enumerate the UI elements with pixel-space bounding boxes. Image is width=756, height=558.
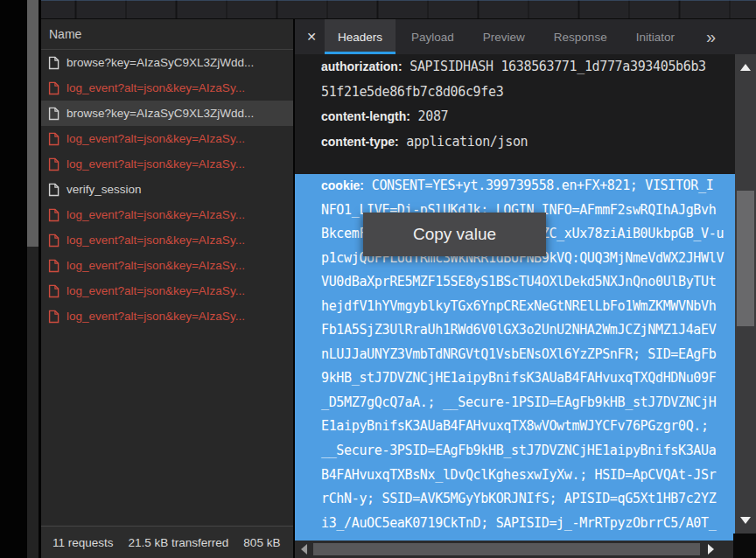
tab-preview[interactable]: Preview: [470, 19, 538, 54]
request-row[interactable]: log_event?alt=json&key=AIzaSy...: [41, 202, 293, 227]
request-name: browse?key=AIzaSyC9XL3ZjWdd...: [66, 107, 254, 120]
request-name: log_event?alt=json&key=AIzaSy...: [66, 284, 245, 297]
document-icon: [48, 107, 60, 121]
request-row[interactable]: log_event?alt=json&key=AIzaSy...: [41, 303, 293, 329]
header-line: hejdfV1hYVmgyblkyTGx6YnpCRExNeGtNRElLbFo…: [295, 295, 735, 319]
header-lines: authorization: SAPISIDHASH 1638563771_1d…: [295, 54, 735, 154]
request-row[interactable]: log_event?alt=json&key=AIzaSy...: [41, 151, 293, 177]
document-icon: [48, 183, 60, 197]
header-line: 51f21e5de86fb7c8d06c9fe3: [295, 80, 735, 105]
header-value: Fb1A5SjZ3UlRraUh1RWd6V0lGX3o2UnU2NHA2WmJ…: [321, 322, 716, 338]
scroll-down-icon[interactable]: [740, 517, 751, 524]
document-icon: [48, 259, 60, 273]
tab-initiator[interactable]: Initiator: [623, 19, 688, 54]
header-line: cookie: CONSENT=YES+yt.399739558.en+FX+8…: [295, 174, 735, 199]
header-name: authorization:: [321, 59, 402, 73]
header-line: VU0dBaXprRE5MZF15SE8yS1BScTU4OXlDekd5NXJ…: [295, 270, 735, 295]
header-line: authorization: SAPISIDHASH 1638563771_1d…: [295, 54, 735, 80]
header-value: CONSENT=YES+yt.399739558.en+FX+821; VISI…: [372, 178, 714, 193]
network-status-bar: 11 requests 21.5 kB transferred 805 kB: [41, 526, 293, 558]
name-column-header[interactable]: Name: [41, 19, 293, 50]
copy-value-menu-item[interactable]: Copy value: [413, 225, 496, 244]
details-vertical-scrollbar-thumb[interactable]: [737, 191, 754, 326]
document-icon: [48, 284, 60, 298]
request-row[interactable]: browse?key=AIzaSyC9XL3ZjWdd...: [41, 101, 293, 126]
resources-size: 805 kB: [243, 536, 280, 549]
header-line: __Secure-3PSID=EAgFb9kHB_stJ7DVZNCjHE1ai…: [295, 439, 735, 464]
header-line: Fb1A5SjZ3UlRraUh1RWd6V0lGX3o2UnU2NHA2WmJ…: [295, 318, 735, 343]
request-row[interactable]: browse?key=AIzaSyC9XL3ZjWdd...: [41, 50, 293, 75]
header-value: SAPISIDHASH 1638563771_1d777a393405b6b3: [410, 59, 706, 74]
details-tab-bar: ✕ HeadersPayloadPreviewResponseInitiator…: [295, 19, 756, 54]
devtools-window: Name browse?key=AIzaSyC9XL3ZjWdd...log_e…: [0, 0, 756, 558]
header-name: cookie:: [321, 178, 364, 192]
header-line: i3_/AuOC5eaK0719CkTnD; SAPISID=j_-MrRTpy…: [295, 512, 735, 536]
document-icon: [48, 208, 60, 222]
page-scrollbar-track[interactable]: [27, 0, 38, 558]
request-name: log_event?alt=json&key=AIzaSy...: [66, 208, 245, 221]
header-line: B4FAHvuxqTXBsNx_lDvQclKghesxwIyXw.; HSID…: [295, 464, 735, 488]
tab-response[interactable]: Response: [541, 19, 620, 54]
header-value: i3_/AuOC5eaK0719CkTnD; SAPISID=j_-MrRTpy…: [321, 515, 716, 531]
document-icon: [48, 284, 60, 298]
document-icon: [48, 234, 60, 248]
header-value: nLUJJaUNYZ3VmbTdNRGVtQ1VsbENsOXl6YzZPSnF…: [321, 346, 716, 362]
details-horizontal-scrollbar-thumb[interactable]: [313, 543, 700, 555]
request-row[interactable]: verify_session: [41, 177, 293, 202]
details-vertical-scrollbar-track[interactable]: [735, 54, 756, 534]
document-icon: [48, 157, 60, 171]
document-icon: [48, 310, 60, 324]
scroll-up-icon[interactable]: [740, 64, 751, 71]
document-icon: [48, 56, 60, 70]
header-line: _D5MZ7gQcQ7aA.; __Secure-1PSID=EAgFb9kHB…: [295, 391, 735, 415]
document-icon: [48, 107, 60, 121]
request-row[interactable]: log_event?alt=json&key=AIzaSy...: [41, 253, 293, 278]
header-name: content-type:: [321, 135, 399, 149]
header-value: hejdfV1hYVmgyblkyTGx6YnpCRExNeGtNRElLbFo…: [321, 298, 716, 314]
request-count: 11 requests: [52, 536, 114, 549]
tab-payload[interactable]: Payload: [398, 19, 467, 54]
request-name: verify_session: [66, 183, 142, 196]
page-scrollbar-thumb[interactable]: [27, 0, 38, 247]
header-line: nLUJJaUNYZ3VmbTdNRGVtQ1VsbENsOXl6YzZPSnF…: [295, 343, 735, 367]
scroll-right-icon[interactable]: [708, 544, 714, 555]
header-name: content-length:: [321, 109, 410, 123]
header-value: rChN-y; SSID=AVK5MGyYbKORJNIfS; APISID=q…: [321, 491, 716, 506]
header-value: 9kHB_stJ7DVZNCjHE1aipyBnifsK3AUaB4FAHvux…: [321, 370, 716, 386]
headers-content: authorization: SAPISIDHASH 1638563771_1d…: [295, 54, 735, 558]
request-row[interactable]: log_event?alt=json&key=AIzaSy...: [41, 227, 293, 253]
request-name: log_event?alt=json&key=AIzaSy...: [66, 157, 245, 171]
request-details-panel: ✕ HeadersPayloadPreviewResponseInitiator…: [295, 19, 756, 558]
header-value: __Secure-3PSID=EAgFb9kHB_stJ7DVZNCjHE1ai…: [321, 443, 716, 458]
scroll-left-icon[interactable]: [301, 544, 307, 555]
header-value: B4FAHvuxqTXBsNx_lDvQclKghesxwIyXw.; HSID…: [321, 467, 716, 483]
document-icon: [48, 132, 60, 146]
header-value: VU0dBaXprRE5MZF15SE8yS1BScTU4OXlDekd5NXJ…: [321, 274, 716, 289]
header-line: content-type: application/json: [295, 129, 735, 155]
request-row[interactable]: log_event?alt=json&key=AIzaSy...: [41, 126, 293, 151]
more-tabs-icon[interactable]: »: [706, 19, 716, 54]
header-line: rChN-y; SSID=AVK5MGyYbKORJNIfS; APISID=q…: [295, 487, 735, 512]
network-overview-timeline[interactable]: [41, 0, 756, 19]
document-icon: [48, 132, 60, 146]
tab-headers[interactable]: Headers: [325, 19, 396, 54]
document-icon: [48, 208, 60, 222]
details-horizontal-scrollbar-track[interactable]: [295, 541, 733, 558]
document-icon: [48, 234, 60, 248]
document-icon: [48, 259, 60, 273]
request-name: log_event?alt=json&key=AIzaSy...: [66, 81, 245, 94]
header-line: 9kHB_stJ7DVZNCjHE1aipyBnifsK3AUaB4FAHvux…: [295, 366, 735, 391]
header-line: E1aipyBnifsK3AUaB4FAHvuxqTX8wVOwtmWJYCFv…: [295, 415, 735, 439]
tab-container: HeadersPayloadPreviewResponseInitiator: [325, 19, 690, 54]
request-row[interactable]: log_event?alt=json&key=AIzaSy...: [41, 278, 293, 303]
request-row[interactable]: log_event?alt=json&key=AIzaSy...: [41, 75, 293, 101]
header-value: application/json: [406, 134, 528, 150]
document-icon: [48, 157, 60, 171]
document-icon: [48, 81, 60, 95]
context-menu: Copy value: [363, 213, 546, 256]
close-icon[interactable]: ✕: [298, 19, 325, 54]
request-name: log_event?alt=json&key=AIzaSy...: [66, 310, 245, 323]
header-value: 51f21e5de86fb7c8d06c9fe3: [321, 84, 503, 100]
document-icon: [48, 81, 60, 95]
document-icon: [48, 56, 60, 70]
